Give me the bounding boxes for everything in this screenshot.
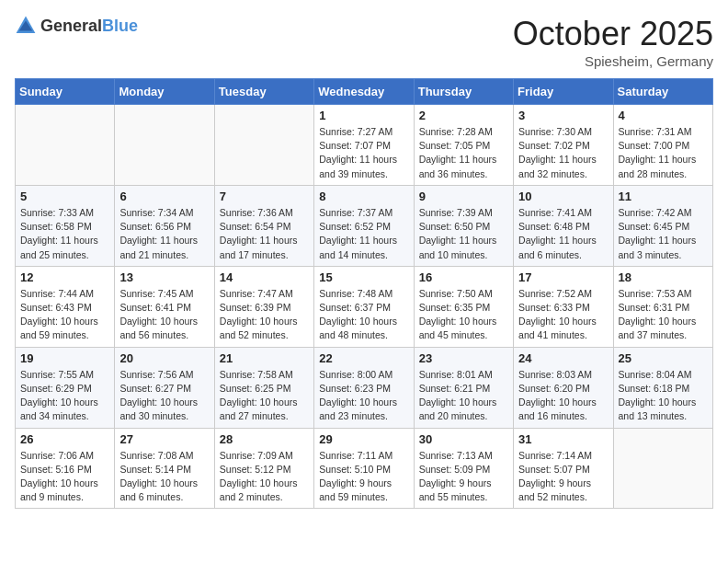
day-info: Sunrise: 7:37 AMSunset: 6:52 PMDaylight:… (319, 206, 408, 262)
calendar-cell: 28Sunrise: 7:09 AMSunset: 5:12 PMDayligh… (214, 428, 313, 509)
calendar-cell (115, 105, 214, 186)
calendar-cell: 21Sunrise: 7:58 AMSunset: 6:25 PMDayligh… (214, 347, 313, 428)
calendar-cell: 13Sunrise: 7:45 AMSunset: 6:41 PMDayligh… (115, 266, 214, 347)
logo-blue: Blue (102, 17, 138, 35)
day-info: Sunrise: 7:47 AMSunset: 6:39 PMDaylight:… (220, 287, 309, 343)
calendar-cell: 31Sunrise: 7:14 AMSunset: 5:07 PMDayligh… (514, 428, 613, 509)
day-info: Sunrise: 7:30 AMSunset: 7:02 PMDaylight:… (518, 125, 608, 181)
day-info: Sunrise: 7:14 AMSunset: 5:07 PMDaylight:… (518, 449, 608, 505)
day-number: 4 (619, 109, 708, 122)
day-number: 5 (20, 190, 109, 203)
day-info: Sunrise: 7:42 AMSunset: 6:45 PMDaylight:… (619, 206, 708, 262)
logo-general: General (40, 17, 102, 35)
logo: GeneralBlue (15, 15, 138, 37)
day-number: 12 (20, 270, 109, 284)
calendar-cell: 9Sunrise: 7:39 AMSunset: 6:50 PMDaylight… (414, 185, 513, 266)
calendar-cell (214, 105, 313, 186)
logo-icon (15, 15, 37, 37)
day-header-thursday: Thursday (414, 79, 513, 105)
calendar-cell: 10Sunrise: 7:41 AMSunset: 6:48 PMDayligh… (514, 185, 613, 266)
day-number: 6 (119, 190, 209, 203)
day-info: Sunrise: 7:33 AMSunset: 6:58 PMDaylight:… (20, 206, 109, 262)
day-number: 28 (220, 432, 309, 446)
calendar-cell: 2Sunrise: 7:28 AMSunset: 7:05 PMDaylight… (414, 105, 513, 186)
day-info: Sunrise: 7:06 AMSunset: 5:16 PMDaylight:… (20, 449, 109, 505)
calendar-week-row: 19Sunrise: 7:55 AMSunset: 6:29 PMDayligh… (16, 347, 713, 428)
day-number: 17 (518, 270, 608, 284)
day-number: 26 (20, 432, 109, 446)
day-number: 1 (319, 109, 408, 122)
day-number: 21 (220, 351, 309, 365)
day-info: Sunrise: 7:09 AMSunset: 5:12 PMDaylight:… (220, 449, 309, 505)
calendar-cell: 17Sunrise: 7:52 AMSunset: 6:33 PMDayligh… (514, 266, 613, 347)
day-number: 15 (319, 270, 408, 284)
calendar-cell: 3Sunrise: 7:30 AMSunset: 7:02 PMDaylight… (514, 105, 613, 186)
day-header-tuesday: Tuesday (214, 79, 313, 105)
day-number: 2 (419, 109, 508, 122)
day-info: Sunrise: 7:31 AMSunset: 7:00 PMDaylight:… (619, 125, 708, 181)
calendar-cell (16, 105, 115, 186)
calendar-cell: 8Sunrise: 7:37 AMSunset: 6:52 PMDaylight… (314, 185, 414, 266)
day-number: 7 (220, 190, 309, 203)
calendar-cell: 23Sunrise: 8:01 AMSunset: 6:21 PMDayligh… (414, 347, 513, 428)
day-number: 9 (419, 190, 508, 203)
day-info: Sunrise: 7:52 AMSunset: 6:33 PMDaylight:… (518, 287, 608, 343)
calendar-cell: 12Sunrise: 7:44 AMSunset: 6:43 PMDayligh… (16, 266, 115, 347)
day-info: Sunrise: 7:11 AMSunset: 5:10 PMDaylight:… (319, 449, 408, 505)
calendar-cell: 15Sunrise: 7:48 AMSunset: 6:37 PMDayligh… (314, 266, 414, 347)
day-number: 27 (119, 432, 209, 446)
day-info: Sunrise: 7:48 AMSunset: 6:37 PMDaylight:… (319, 287, 408, 343)
calendar-cell: 19Sunrise: 7:55 AMSunset: 6:29 PMDayligh… (16, 347, 115, 428)
title-block: October 2025 Spiesheim, Germany (513, 15, 713, 69)
day-info: Sunrise: 7:55 AMSunset: 6:29 PMDaylight:… (20, 368, 109, 424)
day-number: 10 (518, 190, 608, 203)
calendar-cell: 18Sunrise: 7:53 AMSunset: 6:31 PMDayligh… (613, 266, 712, 347)
day-info: Sunrise: 7:36 AMSunset: 6:54 PMDaylight:… (220, 206, 309, 262)
location: Spiesheim, Germany (513, 53, 713, 69)
day-number: 14 (220, 270, 309, 284)
calendar-cell: 1Sunrise: 7:27 AMSunset: 7:07 PMDaylight… (314, 105, 414, 186)
day-info: Sunrise: 7:53 AMSunset: 6:31 PMDaylight:… (619, 287, 708, 343)
day-number: 23 (419, 351, 508, 365)
day-number: 3 (518, 109, 608, 122)
calendar-cell: 14Sunrise: 7:47 AMSunset: 6:39 PMDayligh… (214, 266, 313, 347)
day-header-friday: Friday (514, 79, 613, 105)
calendar-cell: 24Sunrise: 8:03 AMSunset: 6:20 PMDayligh… (514, 347, 613, 428)
day-number: 31 (518, 432, 608, 446)
day-info: Sunrise: 7:56 AMSunset: 6:27 PMDaylight:… (119, 368, 209, 424)
day-header-saturday: Saturday (613, 79, 712, 105)
calendar-table: SundayMondayTuesdayWednesdayThursdayFrid… (15, 78, 713, 509)
calendar-cell: 6Sunrise: 7:34 AMSunset: 6:56 PMDaylight… (115, 185, 214, 266)
day-info: Sunrise: 7:45 AMSunset: 6:41 PMDaylight:… (119, 287, 209, 343)
day-number: 13 (119, 270, 209, 284)
page-header: GeneralBlue October 2025 Spiesheim, Germ… (15, 15, 713, 69)
day-header-wednesday: Wednesday (314, 79, 414, 105)
calendar-cell: 4Sunrise: 7:31 AMSunset: 7:00 PMDaylight… (613, 105, 712, 186)
day-info: Sunrise: 7:34 AMSunset: 6:56 PMDaylight:… (119, 206, 209, 262)
calendar-cell: 27Sunrise: 7:08 AMSunset: 5:14 PMDayligh… (115, 428, 214, 509)
calendar-week-row: 12Sunrise: 7:44 AMSunset: 6:43 PMDayligh… (16, 266, 713, 347)
day-info: Sunrise: 7:39 AMSunset: 6:50 PMDaylight:… (419, 206, 508, 262)
calendar-cell: 22Sunrise: 8:00 AMSunset: 6:23 PMDayligh… (314, 347, 414, 428)
day-number: 8 (319, 190, 408, 203)
day-info: Sunrise: 7:50 AMSunset: 6:35 PMDaylight:… (419, 287, 508, 343)
day-number: 11 (619, 190, 708, 203)
day-info: Sunrise: 8:01 AMSunset: 6:21 PMDaylight:… (419, 368, 508, 424)
calendar-cell: 26Sunrise: 7:06 AMSunset: 5:16 PMDayligh… (16, 428, 115, 509)
day-info: Sunrise: 7:13 AMSunset: 5:09 PMDaylight:… (419, 449, 508, 505)
day-number: 19 (20, 351, 109, 365)
day-number: 20 (119, 351, 209, 365)
calendar-cell: 20Sunrise: 7:56 AMSunset: 6:27 PMDayligh… (115, 347, 214, 428)
calendar-cell: 16Sunrise: 7:50 AMSunset: 6:35 PMDayligh… (414, 266, 513, 347)
calendar-cell: 11Sunrise: 7:42 AMSunset: 6:45 PMDayligh… (613, 185, 712, 266)
day-info: Sunrise: 7:44 AMSunset: 6:43 PMDaylight:… (20, 287, 109, 343)
day-number: 18 (619, 270, 708, 284)
day-number: 25 (619, 351, 708, 365)
calendar-cell: 5Sunrise: 7:33 AMSunset: 6:58 PMDaylight… (16, 185, 115, 266)
day-info: Sunrise: 7:41 AMSunset: 6:48 PMDaylight:… (518, 206, 608, 262)
calendar-week-row: 1Sunrise: 7:27 AMSunset: 7:07 PMDaylight… (16, 105, 713, 186)
day-info: Sunrise: 8:03 AMSunset: 6:20 PMDaylight:… (518, 368, 608, 424)
day-info: Sunrise: 8:04 AMSunset: 6:18 PMDaylight:… (619, 368, 708, 424)
calendar-week-row: 5Sunrise: 7:33 AMSunset: 6:58 PMDaylight… (16, 185, 713, 266)
day-number: 16 (419, 270, 508, 284)
